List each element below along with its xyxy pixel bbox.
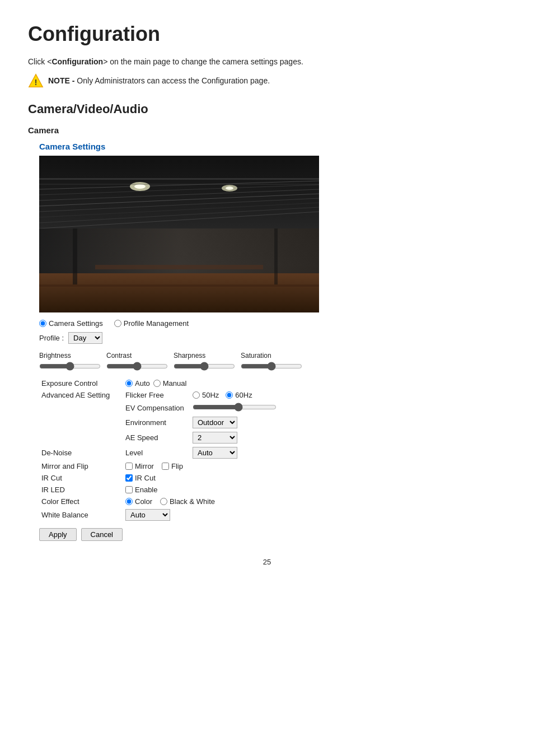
action-buttons: Apply Cancel xyxy=(39,528,506,541)
advanced-ae-label: Advanced AE Setting xyxy=(39,389,123,401)
bw-radio-label[interactable]: Black & White xyxy=(160,497,215,506)
bw-radio[interactable] xyxy=(160,498,167,505)
advanced-ae-row: Advanced AE Setting Flicker Free 50Hz 60… xyxy=(39,389,506,401)
svg-point-14 xyxy=(226,186,233,190)
saturation-slider[interactable] xyxy=(241,362,302,371)
exposure-auto-radio[interactable] xyxy=(125,380,133,387)
flip-check-label[interactable]: Flip xyxy=(162,462,183,470)
ir-led-row: IR LED Enable xyxy=(39,484,506,496)
white-balance-label: White Balance xyxy=(39,507,123,522)
page-title: Configuration xyxy=(28,22,506,46)
hz60-radio[interactable] xyxy=(226,391,233,399)
page-number: 25 xyxy=(28,558,506,566)
sharpness-label: Sharpness xyxy=(174,352,241,360)
denoise-label: De-Noise xyxy=(39,445,123,460)
denoise-row: De-Noise Level Auto Low Medium High xyxy=(39,445,506,460)
exposure-control-label: Exposure Control xyxy=(39,377,123,389)
settings-table: Exposure Control Auto Manual xyxy=(39,377,506,522)
color-effect-label: Color Effect xyxy=(39,496,123,507)
ir-cut-check-label[interactable]: IR Cut xyxy=(125,474,504,482)
cancel-button[interactable]: Cancel xyxy=(81,528,123,541)
apply-button[interactable]: Apply xyxy=(39,528,77,541)
profile-select[interactable]: Day Night xyxy=(68,332,102,344)
view-mode-radio-group: Camera Settings Profile Management xyxy=(39,319,506,328)
svg-rect-19 xyxy=(73,228,77,284)
ae-speed-label: AE Speed xyxy=(123,430,190,445)
profile-label: Profile : xyxy=(39,334,64,342)
color-radio-label[interactable]: Color xyxy=(125,497,152,506)
mirror-flip-label: Mirror and Flip xyxy=(39,460,123,472)
svg-rect-22 xyxy=(39,184,319,185)
denoise-level-label: Level xyxy=(123,445,190,460)
ir-cut-row: IR Cut IR Cut xyxy=(39,472,506,484)
ev-compensation-label: EV Compensation xyxy=(123,401,190,415)
camera-settings-panel: Camera Settings xyxy=(39,142,506,541)
color-effect-row: Color Effect Color Black & White xyxy=(39,496,506,507)
svg-rect-18 xyxy=(39,284,319,287)
mirror-checkbox[interactable] xyxy=(125,463,133,470)
saturation-label: Saturation xyxy=(241,352,308,360)
subsection-title: Camera xyxy=(28,125,506,135)
note-box: ! NOTE - Only Administrators can access … xyxy=(28,73,506,88)
svg-rect-20 xyxy=(274,228,278,284)
profile-management-radio[interactable] xyxy=(114,320,121,327)
ae-speed-row: AE Speed 1 2 3 4 5 xyxy=(39,430,506,445)
svg-point-12 xyxy=(134,184,146,189)
note-text: NOTE - Only Administrators can access th… xyxy=(48,76,270,85)
mirror-flip-row: Mirror and Flip Mirror Flip xyxy=(39,460,506,472)
ev-compensation-slider[interactable] xyxy=(193,403,277,412)
ir-cut-checkbox[interactable] xyxy=(125,474,133,482)
ir-led-label: IR LED xyxy=(39,484,123,496)
white-balance-select[interactable]: Auto Indoor Outdoor ATW xyxy=(125,509,170,521)
ir-led-checkbox[interactable] xyxy=(125,486,133,493)
environment-select[interactable]: Outdoor Indoor xyxy=(193,417,237,428)
brightness-label: Brightness xyxy=(39,352,106,360)
flip-checkbox[interactable] xyxy=(162,463,169,470)
camera-scene-svg xyxy=(39,156,319,312)
color-radio[interactable] xyxy=(125,498,133,505)
ae-speed-select[interactable]: 1 2 3 4 5 xyxy=(193,432,237,444)
svg-rect-21 xyxy=(39,178,319,180)
intro-text: Click <Configuration> on the main page t… xyxy=(28,57,506,66)
section-title: Camera/Video/Audio xyxy=(28,102,506,116)
environment-row: Environment Outdoor Indoor xyxy=(39,415,506,430)
hz50-label[interactable]: 50Hz xyxy=(193,391,219,399)
contrast-slider[interactable] xyxy=(106,362,168,371)
ev-compensation-row: EV Compensation xyxy=(39,401,506,415)
camera-settings-heading: Camera Settings xyxy=(39,142,506,151)
camera-settings-radio[interactable] xyxy=(39,320,46,327)
brightness-slider[interactable] xyxy=(39,362,101,371)
profile-row: Profile : Day Night xyxy=(39,332,506,344)
ir-led-enable-label[interactable]: Enable xyxy=(125,486,504,494)
sharpness-slider[interactable] xyxy=(174,362,235,371)
mirror-check-label[interactable]: Mirror xyxy=(125,462,154,470)
camera-settings-radio-label[interactable]: Camera Settings xyxy=(39,319,103,328)
warning-icon: ! xyxy=(28,73,44,88)
hz50-radio[interactable] xyxy=(193,391,200,399)
hz60-label[interactable]: 60Hz xyxy=(226,391,252,399)
exposure-manual-label[interactable]: Manual xyxy=(153,379,187,388)
contrast-label: Contrast xyxy=(106,352,174,360)
image-sliders: Brightness Contrast Sharpness Saturation xyxy=(39,352,506,371)
ir-cut-label: IR Cut xyxy=(39,472,123,484)
environment-label: Environment xyxy=(123,415,190,430)
flicker-free-label: Flicker Free xyxy=(123,389,190,401)
exposure-manual-radio[interactable] xyxy=(153,380,161,387)
exposure-control-row: Exposure Control Auto Manual xyxy=(39,377,506,389)
exposure-auto-label[interactable]: Auto xyxy=(125,379,150,388)
profile-management-radio-label[interactable]: Profile Management xyxy=(114,319,189,328)
denoise-select[interactable]: Auto Low Medium High xyxy=(193,447,237,459)
svg-rect-17 xyxy=(95,265,263,269)
camera-preview xyxy=(39,156,319,312)
svg-text:!: ! xyxy=(35,78,38,87)
white-balance-row: White Balance Auto Indoor Outdoor ATW xyxy=(39,507,506,522)
